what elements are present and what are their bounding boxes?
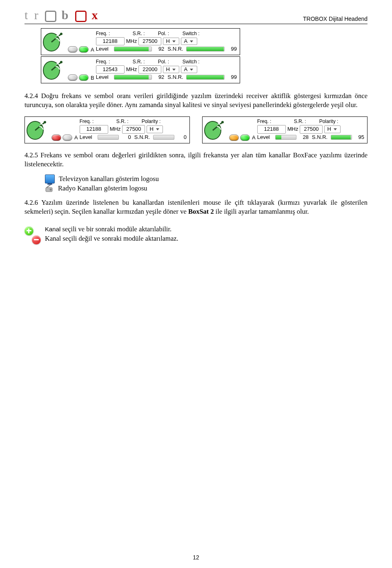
level-label: Level (96, 46, 112, 52)
switch-select[interactable]: A (181, 66, 197, 73)
svg-point-1 (60, 33, 62, 35)
svg-point-9 (50, 189, 52, 191)
dish-icon (204, 118, 227, 142)
sr-input[interactable]: 27500 (138, 37, 161, 45)
tv-legend: Televizyon kanalları gösterim logosu (45, 174, 368, 183)
status-led-1 (229, 134, 239, 141)
svg-point-5 (44, 121, 46, 123)
tuner-panels-compare: A Freq. : S.R. : Polarity : 12188 MHz 27… (24, 116, 368, 143)
trobox-logo: t r b x (24, 8, 100, 22)
paragraph-4-2-4: 4.2.4 Doğru frekans ve sembol oranı veri… (24, 92, 368, 110)
switch-select[interactable]: A (181, 38, 197, 45)
status-led-1 (68, 46, 78, 53)
dish-icon (42, 30, 66, 54)
level-value: 92 (154, 46, 164, 52)
paragraph-4-2-5: 4.2.5 Frekans ve sembol oranı değerleri … (24, 151, 368, 169)
dish-icon (42, 58, 66, 82)
tuner-panels-top: A Freq. : S.R. : Pol. : Switch : 12188 M… (41, 28, 368, 83)
page-header: t r b x TROBOX Dijital Headend (24, 8, 368, 24)
level-bar (114, 75, 152, 80)
svg-point-3 (60, 61, 62, 63)
status-led-1 (51, 134, 61, 141)
plus-icon (24, 226, 33, 235)
snr-bar (186, 47, 225, 51)
tuner-panel-orange: A Freq. : S.R. : Polarity : 12188 MHz 27… (202, 116, 368, 143)
sr-label: S.R. : (133, 31, 145, 36)
pol-label: Pol. : (158, 31, 169, 36)
channel-label: A (91, 47, 94, 53)
radio-legend: Radyo Kanalları gösterim logosu (45, 184, 368, 192)
pol-select[interactable]: H (147, 125, 163, 133)
radio-legend-text: Radyo Kanalları gösterim logosu (58, 184, 147, 192)
pm-unselected-text: Kanal seçili değil ve sonraki modüle akt… (45, 235, 178, 243)
freq-input[interactable]: 12188 (80, 125, 108, 133)
level-bar (114, 47, 152, 51)
pol-select[interactable]: H (163, 38, 179, 45)
doc-title: TROBOX Dijital Headend (303, 16, 368, 22)
status-led-2 (240, 134, 250, 141)
page-number: 12 (0, 554, 392, 561)
freq-label: Freq. : (96, 31, 110, 36)
minus-icon (32, 235, 41, 244)
svg-point-7 (221, 121, 224, 123)
sr-input[interactable]: 22000 (138, 65, 161, 74)
plus-minus-icon (24, 226, 41, 244)
freq-input[interactable]: 12188 (96, 37, 125, 45)
paragraph-4-2-6: 4.2.6 Yazılım üzerinde listelenen bu kan… (24, 198, 368, 217)
plus-minus-legend: Kanal seçili ve bir sonraki modüle aktar… (24, 224, 368, 244)
switch-label: Switch : (183, 31, 200, 36)
tv-legend-text: Televizyon kanalları gösterim logosu (59, 175, 159, 183)
status-led-1 (68, 74, 78, 81)
freq-input[interactable]: 12188 (257, 125, 286, 133)
mhz-label: MHz (126, 38, 137, 44)
status-led-2 (79, 46, 89, 53)
pm-selected-text: seçili ve bir sonraki modüle aktarılabil… (62, 225, 172, 233)
channel-label: B (91, 75, 94, 81)
tuner-panel-a: A Freq. : S.R. : Pol. : Switch : 12188 M… (41, 28, 240, 55)
dish-icon (26, 118, 50, 142)
pol-select[interactable]: H (324, 125, 341, 133)
freq-input[interactable]: 12543 (96, 65, 125, 74)
sr-input[interactable]: 27500 (300, 125, 323, 133)
sr-input[interactable]: 27500 (122, 125, 145, 133)
level-bar (98, 135, 119, 140)
snr-bar (331, 135, 352, 140)
pol-select[interactable]: H (163, 66, 179, 73)
snr-bar (186, 75, 225, 80)
level-bar (275, 135, 296, 140)
tv-icon (45, 174, 55, 183)
snr-bar (153, 135, 174, 140)
tuner-panel-b: B Freq. : S.R. : Pol. : Switch : 12543 M… (41, 56, 240, 83)
status-led-2 (79, 74, 89, 81)
snr-label: S.N.R. (167, 46, 185, 52)
radio-icon (45, 184, 54, 192)
status-led-2 (62, 134, 72, 141)
snr-value: 99 (226, 46, 237, 52)
tuner-panel-red: A Freq. : S.R. : Polarity : 12188 MHz 27… (24, 116, 190, 143)
